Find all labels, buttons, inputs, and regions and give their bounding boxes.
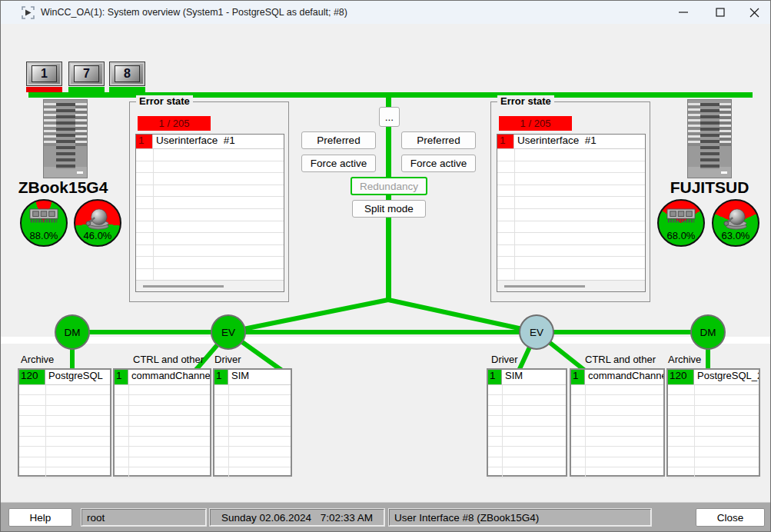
close-button[interactable]: Close — [696, 508, 765, 527]
empty-rows — [136, 149, 284, 281]
console-button-7[interactable]: 7 — [68, 62, 105, 86]
right-dm-node[interactable]: DM — [690, 314, 726, 350]
error-row[interactable]: 1 Userinterface #1 — [136, 135, 284, 149]
manager-name-cell: PostgreSQL — [45, 370, 110, 384]
manager-row[interactable]: 120 PostgreSQL — [19, 370, 110, 385]
date-text: Sunday 02.06.2024 — [221, 512, 311, 524]
manager-name-cell: SIM — [502, 370, 566, 384]
manager-count-cell: 1 — [488, 370, 502, 384]
left-memory-gauge: 88.0% — [20, 199, 68, 247]
maximize-icon — [716, 8, 725, 17]
left-error-state-group: Error state 1 / 205 1 Userinterface #1 — [129, 101, 289, 302]
group-title: Error state — [497, 95, 554, 107]
manager-row[interactable]: 120 PostgreSQL_2 — [668, 370, 759, 385]
close-icon — [749, 8, 759, 18]
manager-name-cell: commandChannel — [128, 370, 210, 384]
right-error-state-group: Error state 1 / 205 1 Userinterface #1 — [490, 101, 650, 302]
right-driver-label: Driver — [491, 354, 518, 365]
manager-count-cell: 1 — [214, 370, 228, 384]
right-ctrl-label: CTRL and other — [585, 354, 656, 365]
window-title: WinCC_OA(1): System overview (System1 - … — [41, 7, 347, 18]
minimize-button[interactable] — [666, 1, 701, 24]
console-8-status-bar — [109, 87, 145, 92]
status-bar: Help root Sunday 02.06.2024 7:02:33 AM U… — [1, 502, 770, 532]
manager-name-cell: SIM — [228, 370, 291, 384]
time-text: 7:02:33 AM — [321, 512, 373, 524]
right-server-icon — [687, 99, 732, 178]
left-ctrl-label: CTRL and other — [133, 354, 204, 365]
trunk-to-left-ev — [228, 300, 388, 332]
system-overview-window: WinCC_OA(1): System overview (System1 - … — [0, 0, 771, 532]
ellipsis-button[interactable]: ... — [379, 107, 400, 127]
maximize-button[interactable] — [703, 1, 738, 24]
app-icon — [22, 6, 35, 19]
left-ev-node[interactable]: EV — [211, 314, 246, 350]
preferred-left-button[interactable]: Preferred — [301, 131, 376, 149]
manager-name-cell: commandChannel — [585, 370, 663, 384]
left-dm-node[interactable]: DM — [55, 314, 90, 350]
force-active-left-button[interactable]: Force active — [301, 155, 376, 172]
redundancy-button[interactable]: Redundancy — [351, 177, 427, 195]
trunk-to-right-ev — [388, 300, 537, 332]
manager-row[interactable]: 1 SIM — [488, 370, 566, 385]
right-ev-node[interactable]: EV — [519, 314, 554, 350]
node-label: DM — [65, 327, 81, 338]
left-driver-table[interactable]: 1 SIM — [213, 368, 292, 477]
manager-row[interactable]: 1 commandChannel — [571, 370, 663, 385]
minimize-icon — [679, 8, 688, 17]
disk-icon — [723, 208, 749, 231]
manager-count-cell: 1 — [115, 370, 128, 384]
left-server-icon — [43, 99, 88, 178]
right-disk-gauge: 63.0% — [712, 199, 759, 247]
split-mode-button[interactable]: Split mode — [352, 200, 426, 218]
force-active-right-button[interactable]: Force active — [401, 155, 476, 172]
right-ctrl-table[interactable]: 1 commandChannel — [570, 368, 665, 477]
error-list[interactable]: 1 Userinterface #1 — [497, 134, 646, 292]
right-archive-table[interactable]: 120 PostgreSQL_2 — [666, 368, 760, 477]
right-server-name: FUJITSUD — [656, 178, 763, 197]
current-user-field: root — [81, 509, 206, 526]
left-disk-gauge: 46.0% — [74, 199, 121, 247]
left-server-name: ZBook15G4 — [9, 178, 117, 197]
error-row[interactable]: 1 Userinterface #1 — [497, 135, 645, 149]
console-button-8[interactable]: 8 — [109, 62, 145, 86]
datetime-field: Sunday 02.06.2024 7:02:33 AM — [210, 509, 384, 526]
error-severity-cell: 1 — [136, 135, 153, 148]
error-source-cell: Userinterface #1 — [514, 135, 645, 148]
memory-usage-value: 88.0% — [22, 230, 66, 241]
title-bar: WinCC_OA(1): System overview (System1 - … — [1, 1, 770, 24]
close-window-button[interactable] — [736, 1, 771, 24]
right-driver-table[interactable]: 1 SIM — [487, 368, 567, 477]
scrollbar-thumb[interactable] — [504, 285, 585, 288]
disk-usage-value: 46.0% — [75, 230, 120, 241]
error-list[interactable]: 1 Userinterface #1 — [135, 134, 284, 292]
empty-rows — [115, 385, 210, 478]
node-label: DM — [700, 327, 716, 338]
manager-count-cell: 120 — [668, 370, 694, 384]
console-number: 8 — [115, 65, 140, 82]
empty-rows — [668, 385, 759, 478]
memory-usage-value: 68.0% — [659, 230, 703, 241]
horizontal-scrollbar[interactable] — [497, 280, 645, 291]
white-band — [1, 337, 771, 344]
empty-rows — [488, 385, 566, 478]
manager-name-cell: PostgreSQL_2 — [694, 370, 759, 384]
horizontal-scrollbar[interactable] — [136, 280, 284, 291]
memory-icon — [666, 208, 696, 224]
manager-row[interactable]: 1 SIM — [214, 370, 291, 385]
console-number: 7 — [74, 65, 99, 82]
left-ctrl-table[interactable]: 1 commandChannel — [113, 368, 211, 477]
manager-count-cell: 1 — [571, 370, 585, 384]
help-button[interactable]: Help — [8, 508, 72, 527]
preferred-right-button[interactable]: Preferred — [401, 131, 476, 149]
console-button-1[interactable]: 1 — [26, 62, 62, 86]
scrollbar-thumb[interactable] — [143, 285, 224, 288]
group-title: Error state — [136, 95, 193, 107]
error-source-cell: Userinterface #1 — [153, 135, 284, 148]
left-archive-table[interactable]: 120 PostgreSQL — [18, 368, 111, 477]
right-memory-gauge: 68.0% — [657, 199, 705, 247]
ui-info-field: User Interface #8 (ZBook15G4) — [389, 509, 651, 526]
disk-icon — [85, 208, 111, 231]
node-label: EV — [530, 327, 543, 338]
manager-row[interactable]: 1 commandChannel — [115, 370, 210, 385]
